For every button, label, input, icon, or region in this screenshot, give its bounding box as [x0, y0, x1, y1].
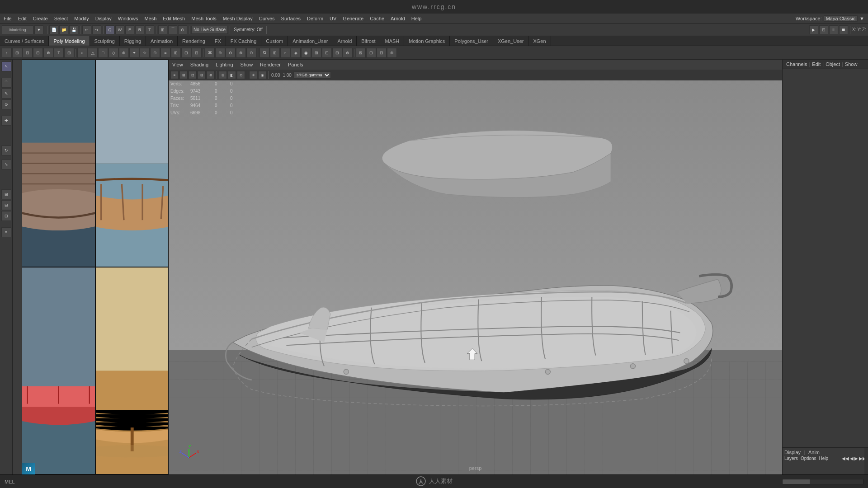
- vp-tb-wire[interactable]: ⊙: [237, 71, 245, 79]
- scale-tool[interactable]: R: [135, 25, 144, 34]
- shelf-icon-13[interactable]: ✦: [129, 48, 139, 58]
- shelf-icon-1[interactable]: ↑: [2, 48, 12, 58]
- shelf-icon-11[interactable]: ◇: [108, 48, 118, 58]
- vp-menu-view[interactable]: View: [172, 62, 183, 67]
- vp-menu-shading[interactable]: Shading: [190, 62, 208, 67]
- shelf-icon-2[interactable]: ⊞: [12, 48, 22, 58]
- select-btn[interactable]: ↖: [1, 61, 11, 71]
- menu-generate[interactable]: Generate: [343, 16, 363, 21]
- vp-tb-1[interactable]: ≡: [170, 71, 179, 79]
- shelf-icon-20[interactable]: ⌘: [205, 48, 215, 58]
- options-btn[interactable]: Options: [801, 456, 816, 461]
- shelf-icon-28[interactable]: ◈: [291, 48, 301, 58]
- vp-tb-grid[interactable]: ⊞: [219, 71, 227, 79]
- shelf-icon-18[interactable]: ⊡: [181, 48, 191, 58]
- render-btn[interactable]: ▶: [809, 25, 818, 34]
- shelf-icon-3[interactable]: ⊡: [23, 48, 33, 58]
- shelf-icon-6[interactable]: T: [54, 48, 64, 58]
- menu-mesh-display[interactable]: Mesh Display: [223, 16, 253, 21]
- list-btn[interactable]: ≡: [1, 227, 11, 237]
- tab-fx[interactable]: FX: [210, 36, 226, 46]
- mode-selector[interactable]: Modeling: [2, 25, 33, 34]
- redo-btn[interactable]: ↪: [92, 25, 101, 34]
- menu-surfaces[interactable]: Surfaces: [281, 16, 301, 21]
- shelf-icon-27[interactable]: ⌂: [280, 48, 290, 58]
- shelf-icon-30[interactable]: ⊞: [311, 48, 321, 58]
- shelf-icon-32[interactable]: ⊟: [332, 48, 342, 58]
- tab-rendering[interactable]: Rendering: [178, 36, 210, 46]
- menu-mesh[interactable]: Mesh: [144, 16, 156, 21]
- stop-btn[interactable]: ⏹: [839, 25, 848, 34]
- vp-menu-renderer[interactable]: Renderer: [260, 62, 281, 67]
- sculpt-btn[interactable]: ⊙: [1, 99, 11, 109]
- menu-select[interactable]: Select: [54, 16, 68, 21]
- vp-menu-lighting[interactable]: Lighting: [216, 62, 233, 67]
- vp-tb-light2[interactable]: ◉: [258, 71, 266, 79]
- tab-xgen-user[interactable]: XGen_User: [493, 36, 528, 46]
- shelf-icon-14[interactable]: ☆: [140, 48, 150, 58]
- channels-tab[interactable]: Channels: [786, 61, 807, 67]
- ipr-btn[interactable]: ⊡: [819, 25, 828, 34]
- menu-edit[interactable]: Edit: [18, 16, 27, 21]
- move-btn[interactable]: ✚: [1, 116, 11, 126]
- new-file-btn[interactable]: 📄: [49, 25, 58, 34]
- next-btn[interactable]: ▶: [854, 456, 858, 461]
- select-tool[interactable]: Q: [105, 25, 114, 34]
- rotate-btn[interactable]: ↻: [1, 145, 11, 155]
- rotate-tool[interactable]: E: [125, 25, 134, 34]
- tab-curves-surfaces[interactable]: Curves / Surfaces: [0, 36, 49, 46]
- object-tab[interactable]: Object: [826, 61, 840, 67]
- tab-animation-user[interactable]: Animation_User: [288, 36, 333, 46]
- menu-curves[interactable]: Curves: [259, 16, 275, 21]
- tab-fx-caching[interactable]: FX Caching: [226, 36, 261, 46]
- right-panel-scrollbar[interactable]: [864, 448, 868, 474]
- menu-display[interactable]: Display: [95, 16, 112, 21]
- shelf-right-1[interactable]: ⊠: [356, 48, 366, 58]
- shelf-icon-12[interactable]: ⊕: [119, 48, 129, 58]
- tab-rigging[interactable]: Rigging: [120, 36, 146, 46]
- zoom-max-btn[interactable]: ⊞: [1, 189, 11, 199]
- snap-point[interactable]: ⊙: [178, 25, 187, 34]
- shelf-right-3[interactable]: ⊟: [377, 48, 387, 58]
- display-tab[interactable]: Display: [784, 450, 801, 455]
- anim-tab[interactable]: Anim: [808, 450, 820, 455]
- menu-create[interactable]: Create: [33, 16, 48, 21]
- shelf-icon-26[interactable]: ⊞: [270, 48, 280, 58]
- vp-tb-2[interactable]: ⊞: [179, 71, 188, 79]
- skip-back-btn[interactable]: ◀◀: [842, 456, 849, 461]
- menu-help[interactable]: Help: [411, 16, 422, 21]
- help-btn[interactable]: Help: [819, 456, 828, 461]
- shelf-right-2[interactable]: ⊡: [366, 48, 376, 58]
- tab-xgen[interactable]: XGen: [528, 36, 551, 46]
- menu-windows[interactable]: Windows: [118, 16, 138, 21]
- shelf-icon-21[interactable]: ⊕: [215, 48, 225, 58]
- menu-file[interactable]: File: [4, 16, 12, 21]
- tab-animation[interactable]: Animation: [146, 36, 178, 46]
- tab-motion-graphics[interactable]: Motion Graphics: [404, 36, 450, 46]
- shelf-icon-15[interactable]: ⊙: [150, 48, 160, 58]
- layers-btn[interactable]: Layers: [784, 456, 798, 461]
- shelf-icon-10[interactable]: □: [98, 48, 108, 58]
- snap-curve[interactable]: ⌒: [168, 25, 177, 34]
- shelf-icon-33[interactable]: ⊗: [343, 48, 353, 58]
- viewport-3d[interactable]: View Shading Lighting Show Renderer Pane…: [169, 60, 782, 474]
- tab-sculpting[interactable]: Sculpting: [90, 36, 120, 46]
- shelf-icon-7[interactable]: ⊞: [64, 48, 74, 58]
- shelf-icon-22[interactable]: ⊖: [226, 48, 236, 58]
- snap-grid[interactable]: ⊞: [158, 25, 167, 34]
- shelf-icon-31[interactable]: ⊡: [322, 48, 332, 58]
- gamma-profile-select[interactable]: sRGB gamma: [293, 71, 331, 79]
- undo-btn[interactable]: ↩: [82, 25, 91, 34]
- shelf-icon-16[interactable]: ≡: [160, 48, 170, 58]
- shelf-icon-9[interactable]: △: [88, 48, 98, 58]
- edit-tab[interactable]: Edit: [812, 61, 821, 67]
- vp-tb-4[interactable]: ⊟: [198, 71, 206, 79]
- tab-mash[interactable]: MASH: [380, 36, 404, 46]
- shelf-icon-25[interactable]: ⧉: [259, 48, 269, 58]
- tab-bifrost[interactable]: Bifrost: [357, 36, 380, 46]
- vp-tb-5[interactable]: ⊗: [207, 71, 215, 79]
- menu-mesh-tools[interactable]: Mesh Tools: [191, 16, 216, 21]
- shelf-icon-5[interactable]: ⊗: [43, 48, 53, 58]
- vp-menu-show[interactable]: Show: [241, 62, 253, 67]
- vp-tb-light1[interactable]: ☀: [249, 71, 257, 79]
